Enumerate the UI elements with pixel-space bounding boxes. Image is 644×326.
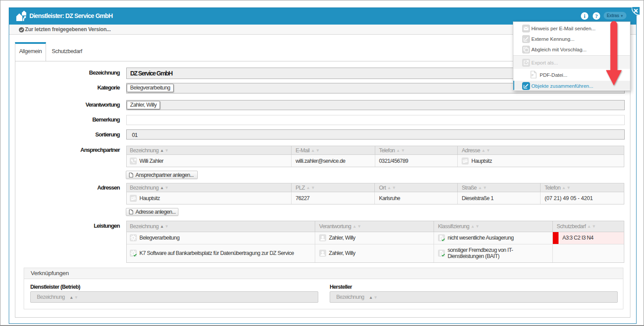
svg-text:P: P: [532, 74, 534, 77]
